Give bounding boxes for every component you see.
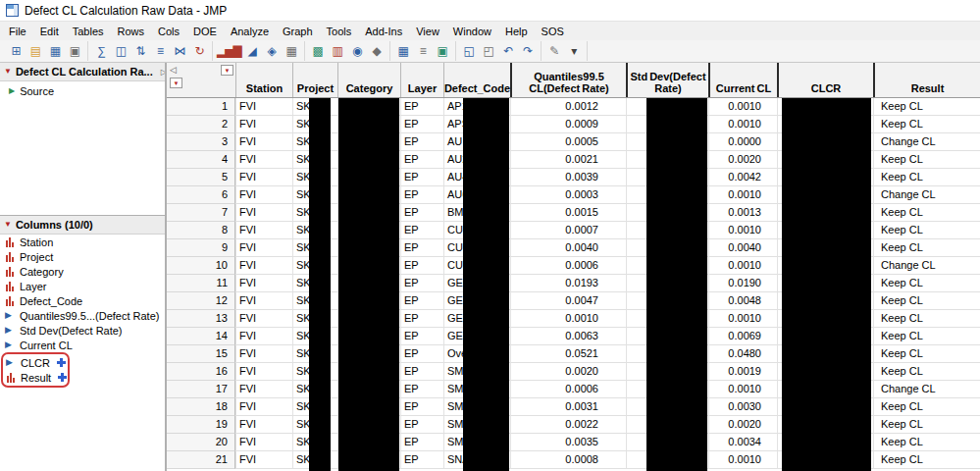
- cell-station[interactable]: FVI: [235, 292, 292, 310]
- cell-layer[interactable]: EP: [400, 98, 443, 116]
- row-number[interactable]: 20: [167, 434, 235, 451]
- cell-station[interactable]: FVI: [235, 169, 292, 186]
- cell-result[interactable]: Keep CL: [873, 398, 980, 416]
- undo-icon[interactable]: ↶: [498, 42, 518, 60]
- redo-icon[interactable]: ↷: [518, 42, 538, 60]
- cell-current-cl[interactable]: 0.0042: [708, 169, 777, 186]
- cell-quantiles-cl[interactable]: 0.0007: [510, 222, 626, 239]
- cell-current-cl[interactable]: 0.0034: [708, 434, 777, 451]
- cell-current-cl[interactable]: 0.0190: [708, 275, 777, 292]
- cell-station[interactable]: FVI: [235, 416, 292, 434]
- cell-layer[interactable]: EP: [400, 345, 443, 363]
- column-item-station[interactable]: Station: [0, 235, 165, 249]
- cell-result[interactable]: Keep CL: [873, 169, 980, 186]
- cell-result[interactable]: Keep CL: [873, 345, 980, 363]
- summary-icon[interactable]: ∑: [91, 42, 111, 60]
- row-number[interactable]: 7: [167, 204, 235, 222]
- row-number[interactable]: 11: [167, 275, 235, 292]
- cell-station[interactable]: FVI: [235, 345, 292, 363]
- cell-layer[interactable]: EP: [400, 186, 443, 204]
- row-number[interactable]: 6: [167, 186, 235, 204]
- cell-layer[interactable]: EP: [400, 116, 443, 133]
- fit-y-by-x-icon[interactable]: ◢: [242, 42, 262, 60]
- column-item-project[interactable]: Project: [0, 249, 165, 264]
- panel-expand-icon[interactable]: ▷: [161, 68, 165, 77]
- cell-station[interactable]: FVI: [235, 275, 292, 292]
- cell-quantiles-cl[interactable]: 0.0012: [510, 98, 626, 116]
- cell-station[interactable]: FVI: [235, 204, 292, 222]
- cell-layer[interactable]: EP: [400, 169, 443, 186]
- cell-station[interactable]: FVI: [235, 381, 292, 398]
- column-item-quantiles99-5-defect-rate[interactable]: ▶Quantiles99.5...(Defect Rate): [0, 308, 165, 323]
- column-item-current-cl[interactable]: ▶Current CL: [0, 338, 165, 352]
- cell-layer[interactable]: EP: [400, 292, 443, 310]
- copy-icon[interactable]: ◱: [459, 42, 479, 60]
- cell-quantiles-cl[interactable]: 0.0047: [510, 292, 626, 310]
- red-triangle-menu-icon[interactable]: ▼: [4, 68, 12, 76]
- row-number[interactable]: 19: [167, 416, 235, 434]
- cell-quantiles-cl[interactable]: 0.0035: [510, 434, 626, 451]
- cell-current-cl[interactable]: 0.0020: [708, 416, 777, 434]
- chart-icon[interactable]: ▥: [328, 42, 347, 60]
- cell-station[interactable]: FVI: [235, 116, 292, 133]
- cell-result[interactable]: Keep CL: [873, 116, 980, 133]
- cell-quantiles-cl[interactable]: 0.0021: [510, 151, 626, 169]
- cell-result[interactable]: Keep CL: [873, 98, 980, 116]
- row-number[interactable]: 14: [167, 328, 235, 345]
- row-number[interactable]: 13: [167, 310, 235, 328]
- cell-quantiles-cl[interactable]: 0.0039: [510, 169, 626, 186]
- cell-current-cl[interactable]: 0.0020: [708, 151, 777, 169]
- cell-result[interactable]: Keep CL: [873, 222, 980, 239]
- graph-builder-icon[interactable]: ▩: [308, 42, 328, 60]
- column-header-category[interactable]: Category: [337, 63, 400, 97]
- menu-item-add-ins[interactable]: Add-Ins: [358, 24, 409, 39]
- column-item-clcr[interactable]: ▶CLCR: [3, 355, 68, 370]
- cell-result[interactable]: Keep CL: [873, 204, 980, 222]
- sort-icon[interactable]: ⇅: [130, 42, 150, 60]
- cell-station[interactable]: FVI: [235, 434, 292, 451]
- column-header-defect-code[interactable]: Defect_Code: [443, 63, 510, 97]
- menu-item-file[interactable]: File: [2, 24, 33, 39]
- cell-result[interactable]: Keep CL: [873, 451, 980, 469]
- row-number[interactable]: 16: [167, 363, 235, 381]
- cell-current-cl[interactable]: 0.0010: [708, 381, 777, 398]
- cell-current-cl[interactable]: 0.0000: [708, 133, 777, 151]
- cell-layer[interactable]: EP: [400, 363, 443, 381]
- cell-layer[interactable]: EP: [400, 328, 443, 345]
- cell-layer[interactable]: EP: [400, 275, 443, 292]
- cell-result[interactable]: Keep CL: [873, 239, 980, 257]
- cell-current-cl[interactable]: 0.0013: [708, 204, 777, 222]
- cell-layer[interactable]: EP: [400, 133, 443, 151]
- row-number[interactable]: 17: [167, 381, 235, 398]
- column-header-result[interactable]: Result: [873, 63, 980, 97]
- cell-quantiles-cl[interactable]: 0.0063: [510, 328, 626, 345]
- cell-quantiles-cl[interactable]: 0.0010: [510, 310, 626, 328]
- dropdown-caret-icon[interactable]: ▾: [564, 42, 584, 60]
- cell-result[interactable]: Change CL: [873, 257, 980, 275]
- cell-current-cl[interactable]: 0.0010: [708, 257, 777, 275]
- cell-quantiles-cl[interactable]: 0.0008: [510, 451, 626, 469]
- cell-quantiles-cl[interactable]: 0.0015: [510, 204, 626, 222]
- cell-layer[interactable]: EP: [400, 451, 443, 469]
- cell-quantiles-cl[interactable]: 0.0193: [510, 275, 626, 292]
- scatterplot-icon[interactable]: ◆: [367, 42, 387, 60]
- row-number[interactable]: 8: [167, 222, 235, 239]
- cell-current-cl[interactable]: 0.0010: [708, 186, 777, 204]
- column-header-std-dev[interactable]: Std Dev(Defect Rate): [626, 63, 708, 97]
- cell-quantiles-cl[interactable]: 0.0003: [510, 186, 626, 204]
- cell-station[interactable]: FVI: [235, 98, 292, 116]
- column-header-clcr[interactable]: CLCR: [777, 63, 873, 97]
- journal-icon[interactable]: ▣: [433, 42, 452, 60]
- menu-item-graph[interactable]: Graph: [276, 24, 320, 39]
- column-item-result[interactable]: Result: [3, 370, 68, 385]
- print-icon[interactable]: ▣: [65, 42, 84, 60]
- cell-layer[interactable]: EP: [400, 310, 443, 328]
- cell-result[interactable]: Keep CL: [873, 434, 980, 451]
- cell-current-cl[interactable]: 0.0010: [708, 222, 777, 239]
- subset-icon[interactable]: ◫: [111, 42, 130, 60]
- cell-layer[interactable]: EP: [400, 398, 443, 416]
- column-header-current-cl[interactable]: Current CL: [708, 63, 777, 97]
- column-item-std-dev-defect-rate[interactable]: ▶Std Dev(Defect Rate): [0, 323, 165, 338]
- open-icon[interactable]: ▤: [26, 42, 45, 60]
- column-item-defect-code[interactable]: Defect_Code: [0, 293, 165, 308]
